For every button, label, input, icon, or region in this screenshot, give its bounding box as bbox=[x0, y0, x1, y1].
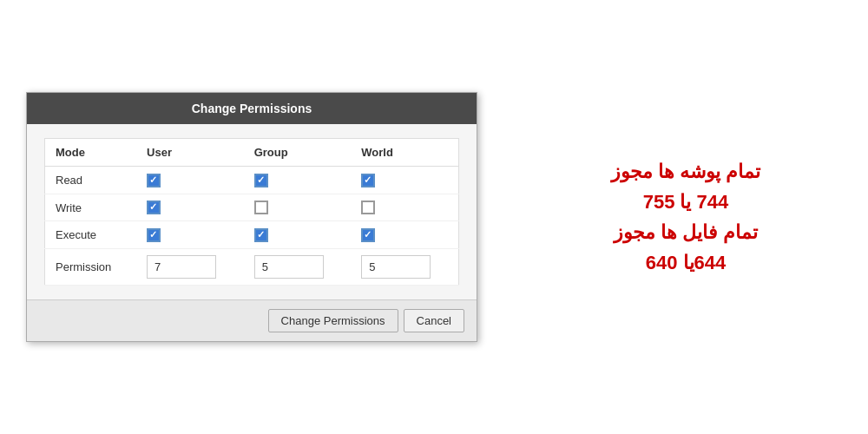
info-line-3: تمام فایل ها مجوز bbox=[611, 217, 760, 247]
checkbox-cell[interactable] bbox=[244, 221, 352, 249]
dialog-header: Change Permissions bbox=[27, 93, 477, 124]
col-world: World bbox=[351, 139, 458, 167]
col-mode: Mode bbox=[45, 139, 137, 167]
checkbox-cell[interactable] bbox=[351, 194, 458, 221]
permission-input-cell[interactable] bbox=[351, 248, 458, 285]
permission-input-cell[interactable] bbox=[136, 248, 244, 285]
mode-cell: Execute bbox=[45, 221, 137, 249]
checkbox-cell[interactable] bbox=[351, 221, 458, 249]
permissions-dialog: Change Permissions Mode User Group World… bbox=[26, 92, 477, 342]
change-permissions-button[interactable]: Change Permissions bbox=[268, 309, 398, 332]
info-line-1: تمام پوشه ها مجوز bbox=[611, 156, 760, 187]
checkbox-icon[interactable] bbox=[254, 174, 268, 187]
checkbox-icon[interactable] bbox=[254, 228, 268, 242]
permission-input[interactable] bbox=[147, 255, 216, 279]
permission-input[interactable] bbox=[254, 255, 324, 279]
permission-input[interactable] bbox=[361, 255, 431, 279]
checkbox-icon[interactable] bbox=[147, 174, 161, 187]
dialog-body: Mode User Group World ReadWriteExecutePe… bbox=[27, 124, 477, 299]
info-line-4: 644یا 640 bbox=[611, 247, 760, 278]
table-row: Write bbox=[45, 194, 459, 221]
info-line-2: 744 یا 755 bbox=[611, 187, 760, 217]
checkbox-icon[interactable] bbox=[361, 201, 375, 214]
permission-label: Permission bbox=[45, 248, 137, 285]
cancel-button[interactable]: Cancel bbox=[404, 309, 464, 332]
checkbox-icon[interactable] bbox=[147, 228, 161, 242]
permission-value-row: Permission bbox=[45, 248, 459, 285]
mode-cell: Read bbox=[45, 167, 137, 194]
checkbox-cell[interactable] bbox=[136, 167, 244, 194]
dialog-title: Change Permissions bbox=[192, 102, 312, 115]
checkbox-icon[interactable] bbox=[361, 228, 375, 242]
permissions-table: Mode User Group World ReadWriteExecutePe… bbox=[44, 138, 459, 286]
col-group: Group bbox=[244, 139, 352, 167]
checkbox-cell[interactable] bbox=[136, 221, 244, 249]
checkbox-icon[interactable] bbox=[254, 201, 268, 214]
checkbox-icon[interactable] bbox=[361, 174, 375, 187]
checkbox-cell[interactable] bbox=[351, 167, 458, 194]
left-panel: Change Permissions Mode User Group World… bbox=[0, 0, 503, 434]
dialog-footer: Change Permissions Cancel bbox=[27, 299, 477, 341]
checkbox-cell[interactable] bbox=[244, 194, 352, 221]
checkbox-icon[interactable] bbox=[147, 201, 161, 214]
right-panel: تمام پوشه ها مجوز 744 یا 755 تمام فایل ه… bbox=[503, 0, 868, 434]
col-user: User bbox=[136, 139, 244, 167]
info-block: تمام پوشه ها مجوز 744 یا 755 تمام فایل ه… bbox=[611, 156, 760, 279]
checkbox-cell[interactable] bbox=[136, 194, 244, 221]
permission-input-cell[interactable] bbox=[244, 248, 352, 285]
mode-cell: Write bbox=[45, 194, 137, 221]
table-row: Read bbox=[45, 167, 459, 194]
table-header-row: Mode User Group World bbox=[45, 139, 459, 167]
table-row: Execute bbox=[45, 221, 459, 249]
checkbox-cell[interactable] bbox=[244, 167, 352, 194]
